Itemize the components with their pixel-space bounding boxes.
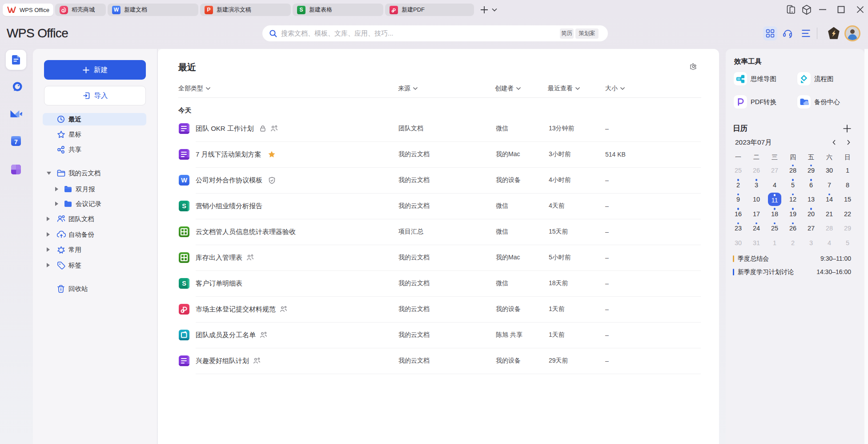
svg-text:7: 7 — [14, 138, 18, 145]
